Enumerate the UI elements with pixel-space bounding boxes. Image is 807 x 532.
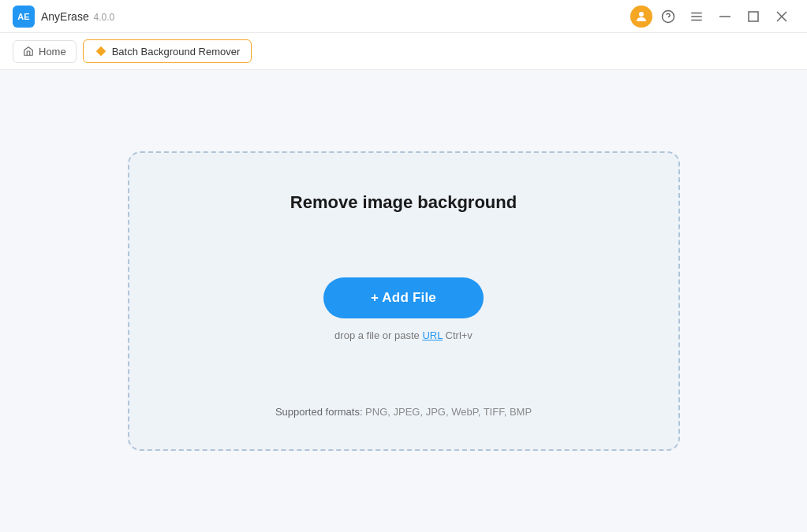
drop-zone[interactable]: Remove image background + Add File drop … bbox=[128, 151, 680, 451]
url-link[interactable]: URL bbox=[422, 329, 443, 341]
svg-rect-7 bbox=[749, 12, 758, 21]
drop-zone-middle: + Add File drop a file or paste URL Ctrl… bbox=[323, 277, 484, 341]
close-button[interactable] bbox=[769, 4, 794, 29]
home-tab[interactable]: Home bbox=[13, 40, 77, 63]
drop-hint: drop a file or paste URL Ctrl+v bbox=[334, 329, 473, 341]
minimize-button[interactable] bbox=[712, 4, 738, 29]
title-bar-controls bbox=[630, 4, 794, 29]
add-file-button[interactable]: + Add File bbox=[323, 277, 484, 318]
diamond-icon bbox=[95, 45, 107, 58]
app-name: AnyErase 4.0.0 bbox=[41, 10, 114, 23]
main-content: Remove image background + Add File drop … bbox=[0, 70, 807, 532]
maximize-button[interactable] bbox=[741, 4, 766, 29]
svg-point-0 bbox=[639, 12, 644, 17]
batch-bg-remover-tab[interactable]: Batch Background Remover bbox=[83, 39, 252, 63]
svg-marker-10 bbox=[96, 47, 106, 56]
drop-zone-title: Remove image background bbox=[290, 192, 517, 213]
nav-bar: Home Batch Background Remover bbox=[0, 33, 807, 70]
home-tab-label: Home bbox=[39, 46, 66, 58]
title-bar: AE AnyErase 4.0.0 bbox=[0, 0, 807, 33]
batch-tab-label: Batch Background Remover bbox=[112, 46, 241, 58]
help-icon[interactable] bbox=[656, 4, 681, 29]
title-bar-left: AE AnyErase 4.0.0 bbox=[13, 6, 114, 28]
user-avatar-icon[interactable] bbox=[630, 6, 652, 28]
supported-formats: Supported formats: PNG, JPEG, JPG, WebP,… bbox=[275, 406, 532, 418]
menu-icon[interactable] bbox=[684, 4, 709, 29]
home-icon bbox=[23, 46, 34, 57]
app-logo: AE bbox=[13, 6, 35, 28]
